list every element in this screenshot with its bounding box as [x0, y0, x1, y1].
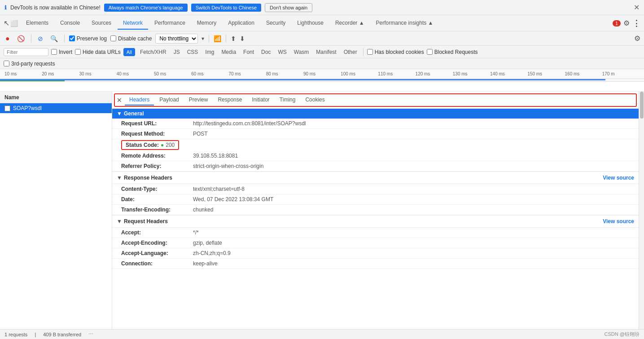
blocked-requests-checkbox[interactable]	[427, 49, 433, 55]
tab-performance-insights[interactable]: Performance insights ▲	[371, 17, 439, 30]
general-title: General	[124, 110, 144, 117]
record-button[interactable]: ●	[4, 34, 12, 44]
request-url-row: Request URL: http://testingedu.com.cn:80…	[112, 119, 639, 129]
timeline-110ms: 110 ms	[378, 71, 415, 76]
filter-js[interactable]: JS	[171, 48, 182, 56]
request-method-row: Request Method: POST	[112, 129, 639, 139]
tab-elements[interactable]: Elements	[21, 17, 54, 30]
timeline-50ms: 50 ms	[154, 71, 191, 76]
detail-tab-timing[interactable]: Timing	[275, 95, 300, 106]
content-type-value: text/xml;charset=utf-8	[193, 186, 245, 192]
filter-manifest[interactable]: Manifest	[314, 48, 338, 56]
detail-tab-payload[interactable]: Payload	[155, 95, 183, 106]
dont-show-button[interactable]: Don't show again	[265, 3, 312, 12]
tab-bar: ↖ ⬜ Elements Console Sources Network Per…	[0, 15, 644, 31]
filter-fetch-xhr[interactable]: Fetch/XHR	[138, 48, 169, 56]
search-button[interactable]: 🔍	[48, 34, 60, 43]
filter-css[interactable]: CSS	[185, 48, 201, 56]
timeline-130ms: 130 ms	[453, 71, 490, 76]
tab-sources[interactable]: Sources	[86, 17, 117, 30]
toolbar-settings-icon[interactable]: ⚙	[634, 35, 640, 42]
filter-media[interactable]: Media	[219, 48, 238, 56]
requests-count: 1 requests	[4, 332, 27, 337]
blocked-requests-label[interactable]: Blocked Requests	[427, 49, 478, 55]
tab-application[interactable]: Application	[223, 17, 260, 30]
throttle-select[interactable]: No throttling Fast 3G Slow 3G Offline	[155, 34, 198, 44]
tab-inspect-icon: ⬜	[10, 20, 18, 27]
tab-console[interactable]: Console	[55, 17, 85, 30]
tab-recorder[interactable]: Recorder ▲	[330, 17, 370, 30]
preserve-log-text: Preserve log	[77, 35, 107, 42]
transferred-size: 409 B transferred	[43, 332, 81, 337]
filter-img[interactable]: Img	[203, 48, 216, 56]
filter-doc[interactable]: Doc	[259, 48, 273, 56]
accept-language-value: zh-CN,zh;q=0.9	[193, 250, 231, 256]
tab-network[interactable]: Network	[118, 17, 148, 30]
response-headers-header[interactable]: ▼ Response Headers View source	[112, 172, 639, 184]
detail-close-button[interactable]: ✕	[117, 97, 122, 104]
date-row: Date: Wed, 07 Dec 2022 13:08:34 GMT	[112, 194, 639, 205]
transfer-encoding-value: chunked	[193, 207, 213, 213]
preserve-log-checkbox[interactable]	[69, 35, 75, 41]
toolbar-separator-4	[226, 35, 226, 43]
response-headers-view-source[interactable]: View source	[603, 175, 634, 181]
download-icon[interactable]: ⬇	[240, 35, 245, 42]
hide-urls-checkbox[interactable]	[75, 49, 81, 55]
disable-cache-checkbox[interactable]	[110, 35, 116, 41]
detail-tab-initiator[interactable]: Initiator	[247, 95, 274, 106]
invert-checkbox[interactable]	[51, 49, 57, 55]
match-language-button[interactable]: Always match Chrome's language	[104, 4, 188, 12]
referrer-policy-row: Referrer Policy: strict-origin-when-cros…	[112, 161, 639, 172]
third-party-checkbox[interactable]	[4, 61, 9, 66]
filter-input[interactable]	[4, 48, 48, 56]
hide-urls-label[interactable]: Hide data URLs	[75, 49, 121, 55]
detail-tab-cookies[interactable]: Cookies	[301, 95, 329, 106]
soap-checkbox[interactable]	[4, 106, 10, 111]
invert-label[interactable]: Invert	[51, 49, 72, 55]
timeline-60ms: 60 ms	[191, 71, 228, 76]
timeline-40ms: 40 ms	[117, 71, 154, 76]
tab-memory[interactable]: Memory	[192, 17, 222, 30]
tab-lighthouse[interactable]: Lighthouse	[292, 17, 329, 30]
timeline-progress	[0, 79, 644, 82]
content-type-row: Content-Type: text/xml;charset=utf-8	[112, 184, 639, 194]
request-headers-view-source[interactable]: View source	[603, 218, 634, 225]
scrollbar-thumb[interactable]	[640, 92, 644, 119]
transfer-encoding-row: Transfer-Encoding: chunked	[112, 205, 639, 215]
notification-close-button[interactable]: ✕	[634, 3, 640, 12]
blocked-cookies-checkbox[interactable]	[367, 49, 373, 55]
switch-devtools-button[interactable]: Switch DevTools to Chinese	[191, 4, 261, 12]
filter-other[interactable]: Other	[342, 48, 359, 56]
filter-font[interactable]: Font	[241, 48, 256, 56]
filter-ws[interactable]: WS	[276, 48, 289, 56]
watermark: CSDN @钰翎玢	[605, 331, 640, 338]
request-method-label: Request Method:	[121, 131, 193, 137]
tab-more-icon[interactable]: ⋮	[632, 18, 640, 28]
tab-settings-icon[interactable]: ⚙	[623, 19, 630, 27]
toolbar-separator-2	[64, 35, 65, 43]
filter-all-button[interactable]: All	[123, 48, 135, 56]
blocked-cookies-label[interactable]: Has blocked cookies	[367, 49, 424, 55]
request-row-soap[interactable]: SOAP?wsdl	[0, 103, 112, 113]
detail-tab-headers[interactable]: Headers	[125, 95, 154, 106]
response-headers-title: Response Headers	[124, 175, 172, 181]
detail-tab-preview[interactable]: Preview	[184, 95, 213, 106]
disable-cache-label[interactable]: Disable cache	[110, 35, 152, 42]
accept-label: Accept:	[121, 229, 193, 236]
scrollbar-track[interactable]	[639, 92, 644, 329]
timeline-100ms: 100 ms	[341, 71, 378, 76]
upload-icon[interactable]: ⬆	[231, 35, 236, 42]
preserve-log-label[interactable]: Preserve log	[69, 35, 107, 42]
tab-performance[interactable]: Performance	[149, 17, 191, 30]
general-section-header[interactable]: ▼ General	[112, 109, 639, 119]
clear-button[interactable]: 🚫	[15, 34, 26, 43]
request-url-label: Request URL:	[121, 120, 193, 127]
info-icon: ℹ	[4, 4, 7, 11]
request-headers-header[interactable]: ▼ Request Headers View source	[112, 215, 639, 228]
content-area[interactable]: ▼ General Request URL: http://testingedu…	[112, 109, 639, 329]
tab-security[interactable]: Security	[261, 17, 291, 30]
detail-tab-response[interactable]: Response	[213, 95, 246, 106]
filter-button[interactable]: ⊘	[36, 34, 45, 43]
timeline-labels: 10 ms 20 ms 30 ms 40 ms 50 ms 60 ms 70 m…	[0, 71, 644, 76]
filter-wasm[interactable]: Wasm	[292, 48, 311, 56]
